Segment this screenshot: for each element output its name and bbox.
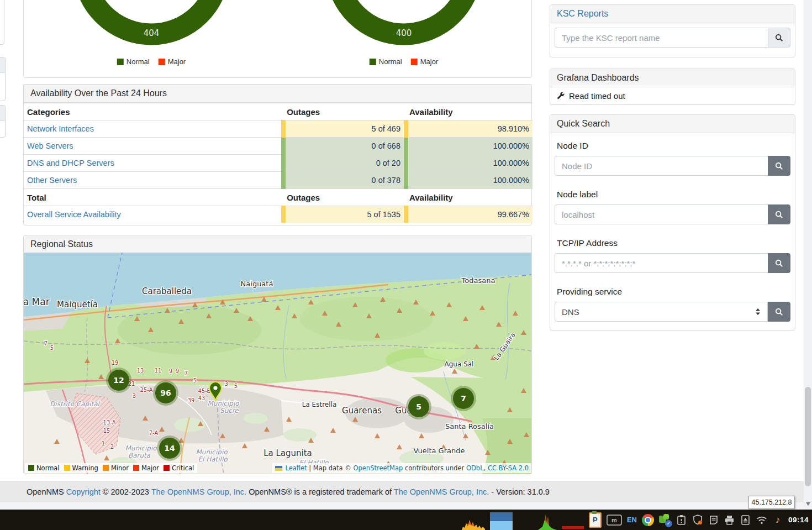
svg-text:5: 5 — [416, 402, 421, 411]
search-icon — [775, 211, 783, 219]
legend-swatch — [117, 59, 124, 65]
shield-security-icon[interactable] — [692, 515, 703, 526]
admin-area-label: Municipio — [196, 448, 228, 456]
map-legend-major: Major — [133, 464, 159, 472]
cluster-marker[interactable]: 12 — [106, 368, 131, 393]
donut-right-value: 400 — [396, 28, 412, 38]
road-label: 7-A — [149, 430, 159, 436]
map-severity-legend: NormalWarningMinorMajorCritical — [25, 463, 197, 473]
taskbar[interactable]: P m EN ✓ ♪ 09:14 — [0, 510, 812, 530]
regional-status-map[interactable]: 19131199752125-A345-B394313-A157-A123575… — [24, 253, 531, 474]
cluster-marker[interactable]: 96 — [153, 380, 178, 406]
availability-panel-title: Availability Over the Past 24 Hours — [24, 85, 531, 103]
col-availability: Availability — [406, 103, 532, 120]
road-label: 43 — [198, 395, 205, 401]
footer-link[interactable]: The OpenNMS Group, Inc. — [394, 487, 489, 496]
legend-item-normal[interactable]: Normal — [370, 57, 402, 66]
wifi-icon[interactable] — [756, 515, 767, 526]
category-link[interactable]: DNS and DHCP Servers — [27, 159, 114, 167]
donut-right-legend[interactable]: NormalMajor — [370, 57, 438, 66]
footer-link[interactable]: Copyright — [66, 487, 101, 496]
providing-service-search-button[interactable] — [768, 302, 790, 322]
legend-item-major[interactable]: Major — [159, 57, 186, 66]
road-label: 1 — [102, 440, 105, 447]
table-row-2: DNS and DHCP Servers0 of 20100.000% — [24, 155, 532, 172]
road-label: 15 — [103, 428, 110, 434]
legend-item-major[interactable]: Major — [411, 57, 439, 66]
place-label: Maiquetía — [57, 300, 98, 309]
license-link[interactable]: ODbL, CC BY-SA 2.0 — [466, 464, 529, 472]
road-label: 7 — [44, 340, 48, 347]
road-label: 9 — [176, 368, 179, 374]
place-label: Vuelta Grande — [414, 447, 465, 455]
ksc-search-button[interactable] — [768, 28, 790, 48]
ip-address-input[interactable] — [555, 253, 768, 273]
donut-left-legend[interactable]: NormalMajor — [117, 57, 186, 66]
taskbar-clock[interactable]: 09:14 — [788, 516, 809, 524]
road-label: 2 — [110, 444, 114, 450]
grafana-status-message: Read timed out — [569, 91, 625, 101]
ksc-report-search-input[interactable] — [555, 28, 768, 48]
category-link[interactable]: Overall Service Availability — [27, 210, 121, 219]
osm-link[interactable]: OpenStreetMap — [353, 464, 403, 472]
document-eject-icon[interactable] — [740, 515, 751, 526]
network-green-graph-widget[interactable] — [538, 512, 557, 530]
vertical-scrollbar[interactable] — [804, 0, 812, 510]
outages-cell: 5 of 469 — [283, 120, 406, 138]
printer-icon[interactable] — [724, 515, 735, 526]
updater-check-icon[interactable]: ✓ — [659, 514, 671, 526]
col-categories: Categories — [24, 103, 283, 120]
cluster-marker[interactable]: 7 — [451, 386, 476, 411]
legend-item-normal[interactable]: Normal — [117, 57, 150, 66]
col-outages: Outages — [283, 103, 406, 120]
legend-swatch — [370, 59, 376, 65]
donut-charts: 404 400 — [24, 0, 531, 77]
cpu-flame-graph-widget[interactable] — [462, 513, 485, 530]
chrome-icon[interactable] — [642, 514, 654, 526]
blue-panel-widget[interactable] — [490, 512, 513, 530]
node-label-search-button[interactable] — [768, 204, 790, 224]
road-label: 13-A — [103, 419, 116, 426]
paste-app-icon[interactable]: P — [589, 512, 602, 528]
scrollbar-thumb[interactable] — [805, 387, 811, 486]
scrollbar-down-arrow[interactable] — [804, 500, 812, 508]
legend-swatch — [411, 59, 418, 65]
legend-swatch — [159, 59, 165, 65]
page-bottom-strip — [0, 502, 812, 510]
category-link[interactable]: Web Servers — [27, 141, 73, 150]
category-link[interactable]: Network Interfaces — [27, 124, 94, 133]
map-canvas[interactable]: 19131199752125-A345-B394313-A157-A123575… — [24, 253, 531, 474]
availability-panel: Availability Over the Past 24 Hours Cate… — [23, 84, 532, 225]
ip-address-label: TCP/IP Address — [557, 238, 788, 248]
cluster-marker[interactable]: 5 — [406, 394, 431, 419]
node-id-label: Node ID — [557, 141, 788, 151]
footer-link[interactable]: The OpenNMS Group, Inc. — [151, 487, 246, 496]
ksc-reports-title[interactable]: KSC Reports — [550, 5, 795, 23]
opennms-dashboard: 404 400 NormalMajor NormalMajor Availabi… — [0, 0, 812, 530]
node-id-search-button[interactable] — [768, 156, 790, 176]
red-activity-bar-widget[interactable] — [562, 526, 584, 529]
table-row-1: Web Servers0 of 668100.000% — [24, 138, 532, 155]
notes-document-icon[interactable] — [708, 515, 719, 526]
category-link[interactable]: Other Servers — [27, 176, 77, 185]
admin-area-label: El Hatillo — [198, 455, 228, 463]
left-column-card-2 — [0, 105, 6, 138]
cluster-marker[interactable]: 14 — [157, 435, 182, 461]
ip-address-search-button[interactable] — [768, 253, 790, 273]
node-label-input[interactable] — [555, 204, 768, 224]
clipboard-icon[interactable] — [676, 515, 687, 526]
map-legend-normal: Normal — [28, 464, 60, 472]
search-icon — [775, 308, 783, 316]
outages-cell: 0 of 668 — [283, 138, 406, 155]
music-note-icon[interactable]: ♪ — [772, 515, 783, 526]
place-label: Naiguatá — [241, 280, 273, 288]
road-label: 11 — [155, 368, 162, 374]
node-id-input[interactable] — [555, 156, 768, 176]
place-label: Agua Sal — [445, 360, 474, 368]
providing-service-select[interactable]: DNS — [555, 302, 768, 322]
barcode-m-tray-icon[interactable]: m — [607, 515, 622, 526]
map-attribution: Leaflet | Map data © OpenStreetMap contr… — [272, 463, 531, 473]
col-total: Total — [24, 189, 283, 206]
language-indicator[interactable]: EN — [627, 516, 637, 524]
leaflet-link[interactable]: Leaflet — [285, 464, 307, 472]
